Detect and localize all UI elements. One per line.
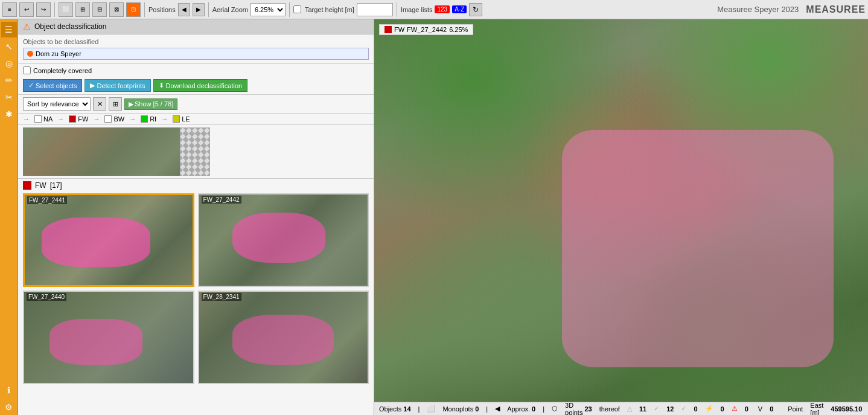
detect-footprints-button[interactable]: ▶ Detect footprints [85,79,150,92]
side-icon-pointer[interactable]: ↖ [1,39,17,54]
arrow-fw: → [57,115,64,123]
legend-label-na: NA [43,115,53,123]
arrow-ri: → [129,115,136,123]
status-3dpoints-count: 23 [584,405,592,413]
status-point-label: Point [788,405,803,413]
brand-logo: MEASUREE [806,4,866,15]
status-err-icon: ⚠ [732,405,738,413]
legend-bw: BW [104,115,124,123]
legend-fw: FW [69,115,88,123]
img-label-fw-2442: FW_27_2442 [202,196,241,204]
legend-box-na [34,115,42,123]
image-cell-fw-2441[interactable]: FW_27_2441 [23,193,194,287]
target-height-label: Target height [m] [305,6,354,13]
pos-prev-button[interactable]: ◀ [178,3,190,16]
statusbar: Objects 14 | ⬜ Monoplots 0 | ◀ Approx. 0… [374,402,868,415]
map-fw-image-id: FW_27_2442 [407,26,447,33]
menu-icon[interactable]: ≡ [2,2,17,17]
img-overlay-fw-2441 [42,217,150,267]
side-icon-pen[interactable]: ✏ [1,72,17,88]
main-area: ☰ ↖ ◎ ✏ ✂ ✱ ℹ ⚙ ⚠ Object declassificatio… [0,19,868,415]
map-fw-color-icon [385,26,392,33]
pos-next-button[interactable]: ▶ [193,3,205,16]
view-btn-5[interactable]: ⊡ [126,2,141,17]
undo-button[interactable]: ↩ [19,2,34,17]
status-3dpoints: 3D points 23 [565,402,592,416]
fw-count: [17] [50,181,62,190]
fw-color-icon [23,181,31,190]
status-monoplots-label: Monoplots [442,405,473,413]
grid-view-button[interactable]: ⊞ [109,97,122,111]
status-sep3: | [543,405,544,413]
img-label-fw-2341: FW_28_2341 [202,293,241,301]
image-cell-fw-2442[interactable]: FW_27_2442 [198,193,369,287]
clear-filter-button[interactable]: ✕ [93,97,106,111]
target-height-checkbox[interactable] [293,5,301,13]
legend-le: LE [173,115,190,123]
img-label-fw-2441: FW_27_2441 [27,196,67,204]
side-icon-scissors[interactable]: ✂ [1,89,17,105]
completely-covered-checkbox[interactable] [23,66,31,74]
map-fw-label: FW [394,26,404,33]
arrow-na: → [23,115,30,123]
refresh-button[interactable]: ↻ [469,3,482,16]
legend-row: → NA → FW → BW → RI → LE [18,114,374,125]
side-icon-star[interactable]: ✱ [1,106,17,122]
status-monoplots-icon: ⬜ [427,405,435,413]
legend-box-fw [69,115,76,123]
status-3dpoints-label: 3D points [565,402,582,416]
badge-az[interactable]: A-Z [452,5,467,13]
side-icon-target[interactable]: ◎ [1,56,17,71]
sep4 [289,2,290,17]
status-sep1: | [418,405,420,413]
object-name: Dom zu Speyer [36,50,81,57]
legend-label-fw: FW [78,115,88,123]
image-grid: FW_27_2441 FW_27_2442 FW_27_2440 [23,193,369,384]
top-image-container[interactable] [23,127,210,176]
side-icons-panel: ☰ ↖ ◎ ✏ ✂ ✱ ℹ ⚙ [0,19,18,415]
status-east-val: 459595.10 [831,405,862,413]
status-3d-icon: ⬡ [552,405,558,413]
image-cell-fw-2440[interactable]: FW_27_2440 [23,291,194,384]
view-btn-4[interactable]: ⊠ [109,2,124,17]
status-approx-count: 0 [532,405,535,413]
sep2 [144,2,145,17]
view-btn-2[interactable]: ⊞ [75,2,90,17]
image-lists-label: Image lists [401,6,433,13]
status-check2-icon: ✓ [681,405,686,413]
filter-row: Sort by relevance ✕ ⊞ ▶ Show [5 / 78] [18,95,374,114]
image-cell-fw-2341[interactable]: FW_28_2341 [198,291,369,384]
download-declassification-button[interactable]: ⬇ Download declassification [153,79,248,92]
action-buttons: ✓ Select objects ▶ Detect footprints ⬇ D… [18,77,374,95]
side-icon-layers[interactable]: ☰ [1,22,17,37]
sort-select[interactable]: Sort by relevance [23,97,91,111]
side-icon-settings[interactable]: ⚙ [1,399,17,415]
sep5 [397,2,397,17]
show-button[interactable]: ▶ Show [5 / 78] [124,98,177,110]
target-height-input[interactable] [357,3,393,16]
map-zoom: 6.25% [449,26,468,33]
status-approx-label: Approx. [507,405,530,413]
top-image-aerial [23,127,210,176]
right-map-panel[interactable]: FW FW_27_2442 6.25% Objects 14 | ⬜ Monop… [374,19,868,415]
object-dot-icon [27,51,33,57]
aerial-zoom-select[interactable]: 6.25% [251,3,286,16]
status-east-label: East [m] [810,402,823,416]
status-approx-icon: ◀ [495,405,500,413]
arrow-le: → [161,115,168,123]
select-objects-button[interactable]: ✓ Select objects [23,79,82,92]
object-item[interactable]: Dom zu Speyer [23,48,369,60]
fw-section: FW [17] FW_27_2441 FW_27_2442 [18,179,374,415]
status-check-count: 12 [666,405,674,413]
legend-ri: RI [141,115,156,123]
redo-button[interactable]: ↪ [36,2,51,17]
status-warn-icon: ⚡ [705,405,713,413]
badge-123[interactable]: 123 [435,5,450,13]
view-btn-3[interactable]: ⊟ [92,2,107,17]
sep1 [54,2,55,17]
side-icon-info[interactable]: ℹ [1,382,17,398]
legend-box-bw [104,115,112,123]
view-btn-1[interactable]: ⬜ [59,2,73,17]
status-tri-count: 11 [639,405,646,413]
arrow-bw: → [93,115,100,123]
